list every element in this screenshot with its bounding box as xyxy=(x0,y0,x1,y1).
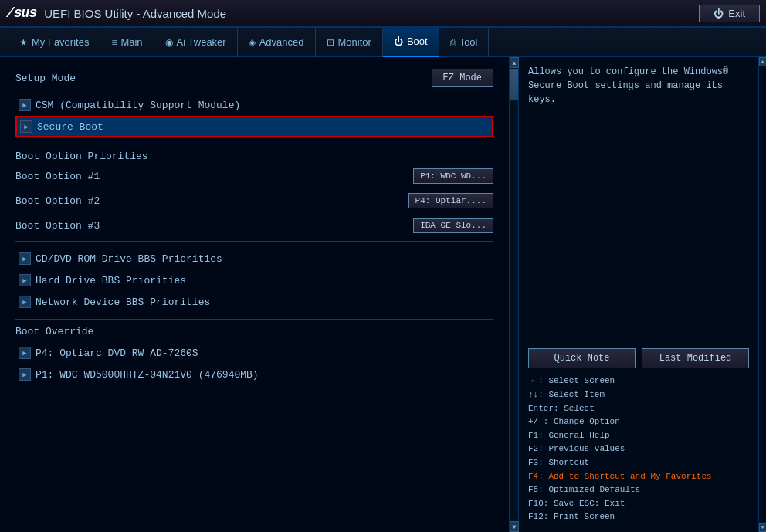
quick-note-button[interactable]: Quick Note xyxy=(528,348,636,368)
help-select-item: ↑↓: Select Item xyxy=(528,388,749,402)
help-f10: F10: Save ESC: Exit xyxy=(528,497,749,511)
hdd-bbs-item[interactable]: ▶ Hard Drive BBS Priorities xyxy=(15,269,493,291)
help-f2: F2: Previous Values xyxy=(528,442,749,456)
nav-item-advanced[interactable]: ◈ Advanced xyxy=(238,28,316,57)
p4-arrow-icon: ▶ xyxy=(19,347,31,359)
p4-override-item[interactable]: ▶ P4: Optiarc DVD RW AD-7260S xyxy=(15,342,493,364)
boot-override-header: Boot Override xyxy=(15,326,493,337)
scroll-down-arrow[interactable]: ▼ xyxy=(510,521,519,532)
divider-1 xyxy=(15,144,493,144)
title-text: UEFI BIOS Utility - Advanced Mode xyxy=(44,7,699,20)
help-f4: F4: Add to Shortcut and My Favorites xyxy=(528,470,749,484)
nav-item-tool[interactable]: ⎙ Tool xyxy=(439,28,490,57)
divider-3 xyxy=(15,319,493,320)
boot-option-2-row: Boot Option #2 P4: Optiar.... xyxy=(15,191,493,210)
right-scroll-up[interactable]: ▲ xyxy=(759,57,767,66)
last-modified-button[interactable]: Last Modified xyxy=(642,348,749,368)
help-select-screen: →←: Select Screen xyxy=(528,374,749,388)
star-icon: ★ xyxy=(19,37,28,48)
nav-item-monitor[interactable]: ⊡ Monitor xyxy=(316,28,383,57)
nav-item-ai-tweaker[interactable]: ◉ Ai Tweaker xyxy=(154,28,238,57)
help-enter: Enter: Select xyxy=(528,402,749,416)
monitor-icon: ⊡ xyxy=(327,37,334,48)
scroll-up-arrow[interactable]: ▲ xyxy=(510,57,519,68)
hdd-arrow-icon: ▶ xyxy=(19,274,31,286)
cddvd-arrow-icon: ▶ xyxy=(19,252,31,265)
left-scrollbar[interactable]: ▲ ▼ xyxy=(510,57,519,532)
boot-option-3-row: Boot Option #3 IBA GE Slo... xyxy=(15,216,493,235)
help-f12: F12: Print Screen xyxy=(528,510,749,524)
cddvd-bbs-item[interactable]: ▶ CD/DVD ROM Drive BBS Priorities xyxy=(15,248,493,269)
network-arrow-icon: ▶ xyxy=(19,296,31,308)
network-bbs-item[interactable]: ▶ Network Device BBS Priorities xyxy=(15,291,493,313)
ez-mode-button[interactable]: EZ Mode xyxy=(432,69,493,87)
printer-icon: ⎙ xyxy=(450,37,456,48)
help-f1: F1: General Help xyxy=(528,429,749,443)
asus-logo: /sus xyxy=(6,5,36,21)
boot-option-3-label: Boot Option #3 xyxy=(15,220,100,232)
divider-2 xyxy=(15,241,493,242)
p1-override-item[interactable]: ▶ P1: WDC WD5000HHTZ-04N21V0 (476940MB) xyxy=(15,364,493,385)
boot-option-1-label: Boot Option #1 xyxy=(15,171,100,182)
secure-boot-arrow-icon: ▶ xyxy=(20,120,32,133)
help-box: →←: Select Screen ↑↓: Select Item Enter:… xyxy=(528,374,749,524)
main-area: Setup Mode EZ Mode ▶ CSM (Compatibility … xyxy=(0,57,766,532)
navigation: ★ My Favorites ≡ Main ◉ Ai Tweaker ◈ Adv… xyxy=(0,28,766,57)
nav-item-boot[interactable]: ⏻ Boot xyxy=(383,28,439,57)
left-panel: Setup Mode EZ Mode ▶ CSM (Compatibility … xyxy=(0,57,510,532)
setup-mode-row: Setup Mode EZ Mode xyxy=(15,66,493,90)
right-scroll-down[interactable]: ▼ xyxy=(759,523,767,532)
boot-priorities-header: Boot Option Priorities xyxy=(15,151,493,162)
help-f5: F5: Optimized Defaults xyxy=(528,483,749,497)
help-change-option: +/-: Change Option xyxy=(528,415,749,429)
csm-menu-item[interactable]: ▶ CSM (Compatibility Support Module) xyxy=(15,94,493,116)
list-icon: ≡ xyxy=(111,37,117,48)
help-f4-text: F4: Add to Shortcut and My Favorites xyxy=(528,472,712,481)
power-icon: ⏻ xyxy=(394,36,403,47)
exit-icon: ⏻ xyxy=(713,8,724,19)
boot-option-2-button[interactable]: P4: Optiar.... xyxy=(408,193,493,208)
help-f3: F3: Shortcut xyxy=(528,456,749,470)
nav-item-main[interactable]: ≡ Main xyxy=(100,28,154,57)
boot-option-1-row: Boot Option #1 P1: WDC WD... xyxy=(15,167,493,185)
nav-item-favorites[interactable]: ★ My Favorites xyxy=(8,28,100,57)
boot-option-3-button[interactable]: IBA GE Slo... xyxy=(413,218,493,233)
boot-option-1-button[interactable]: P1: WDC WD... xyxy=(413,168,493,184)
header: /sus UEFI BIOS Utility - Advanced Mode ⏻… xyxy=(0,0,766,28)
p1-arrow-icon: ▶ xyxy=(19,368,31,381)
csm-arrow-icon: ▶ xyxy=(19,99,31,111)
description-box: Allows you to configure the Windows® Sec… xyxy=(528,65,749,342)
quick-note-row: Quick Note Last Modified xyxy=(528,348,749,368)
setup-mode-label: Setup Mode xyxy=(15,73,76,84)
diamond-icon: ◈ xyxy=(249,37,256,48)
content-area: Setup Mode EZ Mode ▶ CSM (Compatibility … xyxy=(0,57,766,532)
right-scrollbar[interactable]: ▲ ▼ xyxy=(758,57,766,532)
right-scroll-track xyxy=(759,66,767,523)
scroll-thumb[interactable] xyxy=(510,69,518,100)
boot-option-2-label: Boot Option #2 xyxy=(15,195,100,207)
circle-icon: ◉ xyxy=(165,37,173,48)
exit-button[interactable]: ⏻ Exit xyxy=(699,5,760,22)
secure-boot-menu-item[interactable]: ▶ Secure Boot xyxy=(15,116,493,137)
right-panel: Allows you to configure the Windows® Sec… xyxy=(519,57,758,532)
